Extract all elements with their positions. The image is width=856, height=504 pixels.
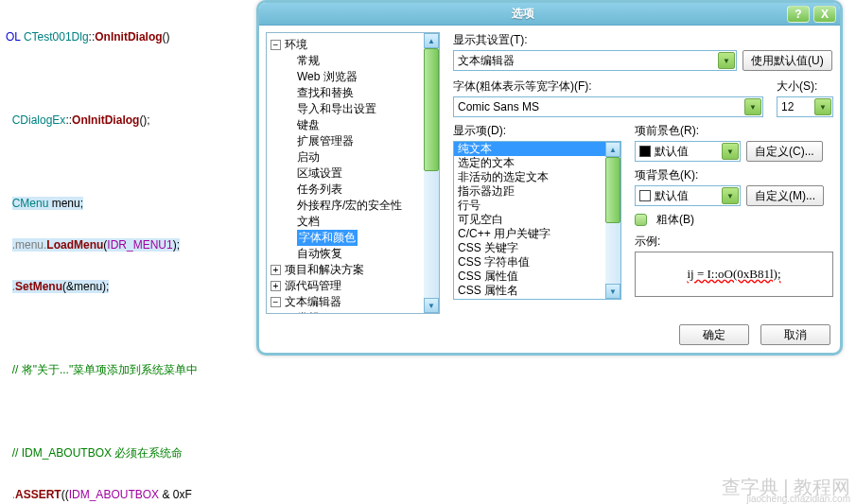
tree-node[interactable]: 外接程序/宏的安全性 [271, 198, 439, 214]
foreground-value: 默认值 [655, 144, 689, 160]
use-default-button[interactable]: 使用默认值(U) [742, 50, 832, 71]
collapse-icon[interactable]: − [271, 297, 281, 307]
sample-label: 示例: [635, 234, 833, 250]
tree-node[interactable]: 字体和颜色 [271, 230, 439, 246]
show-settings-label: 显示其设置(T): [453, 32, 833, 48]
list-item[interactable]: CSS 字符串值 [454, 255, 620, 269]
list-item[interactable]: 纯文本 [454, 142, 620, 156]
background-combo[interactable]: 默认值 ▼ [635, 185, 741, 206]
bold-label: 粗体(B) [656, 212, 694, 228]
tree-node-proj[interactable]: 项目和解决方案 [285, 262, 364, 278]
list-item[interactable]: 可见空白 [454, 213, 620, 227]
dialog-title: 选项 [259, 6, 787, 22]
font-combo[interactable]: Comic Sans MS ▼ [453, 96, 763, 117]
color-swatch-black [639, 146, 651, 157]
foreground-label: 项前景色(R): [635, 123, 833, 139]
list-item[interactable]: 非活动的选定文本 [454, 170, 620, 184]
tree-node-editor-general[interactable]: 常规 [297, 310, 320, 314]
foreground-custom-button[interactable]: 自定义(C)... [746, 141, 823, 162]
list-scrollbar[interactable]: ▲ ▼ [605, 142, 620, 299]
chevron-down-icon[interactable]: ▼ [722, 187, 739, 204]
tree-node[interactable]: 任务列表 [271, 182, 439, 198]
chevron-down-icon[interactable]: ▼ [744, 98, 761, 115]
background-custom-button[interactable]: 自定义(M)... [746, 185, 824, 206]
chevron-down-icon[interactable]: ▼ [718, 52, 735, 69]
tree-node[interactable]: 启动 [271, 149, 439, 165]
tree-node[interactable]: 常规 [271, 53, 439, 69]
scroll-down-icon[interactable]: ▼ [424, 298, 439, 313]
list-item[interactable]: CSS 关键字 [454, 241, 620, 255]
background-label: 项背景色(K): [635, 167, 833, 183]
list-item[interactable]: 指示器边距 [454, 184, 620, 199]
tree-node-src[interactable]: 源代码管理 [285, 278, 341, 294]
background-value: 默认值 [655, 188, 689, 204]
chevron-down-icon[interactable]: ▼ [814, 98, 831, 115]
tree-node[interactable]: 键盘 [271, 117, 439, 133]
tree-node[interactable]: 查找和替换 [271, 85, 439, 101]
tree-node-editor[interactable]: 文本编辑器 [285, 294, 341, 310]
list-item[interactable]: 行号 [454, 199, 620, 213]
font-value: Comic Sans MS [458, 100, 539, 113]
tree-node[interactable]: 导入和导出设置 [271, 101, 439, 117]
collapse-icon[interactable]: − [271, 40, 281, 50]
bold-checkbox[interactable] [635, 214, 647, 226]
tree-node[interactable]: 文档 [271, 214, 439, 230]
tree-node[interactable]: 自动恢复 [271, 246, 439, 262]
list-item[interactable]: C/C++ 用户关键字 [454, 227, 620, 241]
title-bar[interactable]: 选项 ? X [259, 3, 840, 26]
scroll-up-icon[interactable]: ▲ [605, 142, 620, 157]
ok-button[interactable]: 确定 [679, 324, 749, 345]
category-tree[interactable]: −环境 常规Web 浏览器查找和替换导入和导出设置键盘扩展管理器启动区域设置任务… [266, 32, 440, 314]
tree-node[interactable]: 扩展管理器 [271, 133, 439, 149]
scroll-thumb[interactable] [424, 48, 439, 171]
sample-preview: ij = I::oO(0xB81l); [635, 252, 833, 297]
color-swatch-white [639, 190, 651, 201]
scroll-up-icon[interactable]: ▲ [424, 33, 439, 48]
tree-node[interactable]: 区域设置 [271, 165, 439, 182]
options-dialog: 选项 ? X −环境 常规Web 浏览器查找和替换导入和导出设置键盘扩展管理器启… [256, 0, 843, 356]
size-label: 大小(S): [777, 78, 833, 95]
foreground-combo[interactable]: 默认值 ▼ [635, 141, 741, 162]
watermark-url: jiaocheng.chazidian.com [746, 494, 850, 504]
scroll-down-icon[interactable]: ▼ [605, 284, 620, 299]
list-item[interactable]: CSS 注释 [454, 298, 620, 300]
scroll-thumb[interactable] [605, 157, 620, 223]
show-settings-value: 文本编辑器 [458, 53, 515, 69]
chevron-down-icon[interactable]: ▼ [722, 143, 739, 160]
size-combo[interactable]: 12 ▼ [777, 96, 833, 117]
tree-scrollbar[interactable]: ▲ ▼ [424, 33, 439, 313]
font-label: 字体(粗体表示等宽字体)(F): [453, 78, 763, 95]
list-item[interactable]: 选定的文本 [454, 156, 620, 170]
expand-icon[interactable]: + [271, 281, 281, 291]
close-button[interactable]: X [813, 6, 836, 23]
list-item[interactable]: CSS 属性值 [454, 269, 620, 284]
tree-node[interactable]: Web 浏览器 [271, 69, 439, 85]
cancel-button[interactable]: 取消 [760, 324, 830, 345]
show-settings-combo[interactable]: 文本编辑器 ▼ [453, 50, 737, 71]
list-item[interactable]: CSS 属性名 [454, 284, 620, 298]
tree-node-env[interactable]: 环境 [285, 37, 307, 53]
help-button[interactable]: ? [787, 6, 810, 23]
display-items-listbox[interactable]: 纯文本选定的文本非活动的选定文本指示器边距行号可见空白C/C++ 用户关键字CS… [453, 141, 621, 300]
display-items-label: 显示项(D): [453, 123, 621, 139]
size-value: 12 [781, 100, 794, 113]
expand-icon[interactable]: + [271, 265, 281, 275]
